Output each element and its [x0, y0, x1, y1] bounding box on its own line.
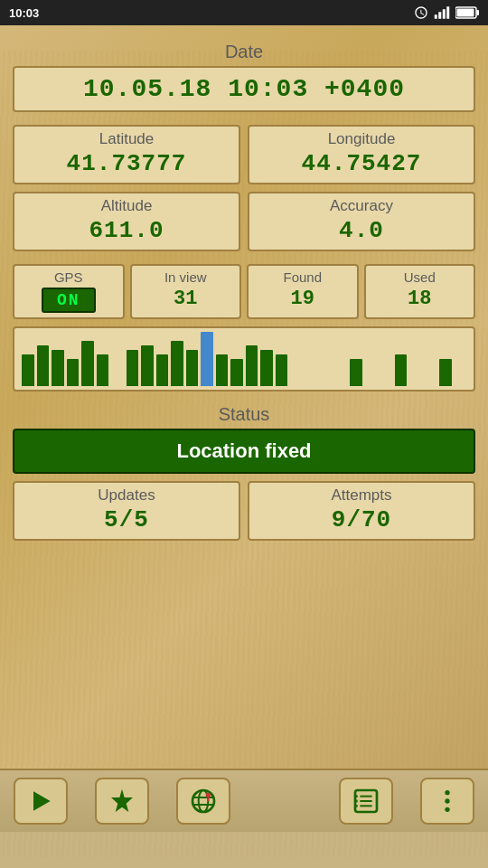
updates-cell: Updates 5/5 [13, 481, 240, 541]
chart-bar [230, 359, 243, 386]
svg-rect-3 [446, 6, 449, 19]
star-icon [108, 787, 136, 816]
time-display: 10:03 [9, 6, 39, 20]
latitude-label: Latitude [99, 130, 155, 148]
date-label: Date [225, 42, 263, 62]
update-row: Updates 5/5 Attempts 9/70 [13, 481, 475, 541]
chart-bar [171, 341, 183, 386]
satellite-chart [13, 326, 475, 392]
gps-cell: GPS ON [13, 264, 125, 319]
chart-bar [37, 345, 50, 386]
latitude-cell: Latitude 41.73777 [13, 125, 240, 184]
status-label: Status [13, 404, 475, 425]
attempts-label: Attempts [331, 486, 391, 505]
chart-bar [260, 350, 273, 386]
used-cell: Used 18 [364, 264, 476, 319]
chart-bar [350, 359, 362, 386]
chart-bar [186, 350, 199, 386]
svg-rect-0 [435, 14, 437, 19]
chart-bar [246, 345, 258, 386]
gps-row: GPS ON In view 31 Found 19 Used 18 [13, 264, 475, 319]
svg-point-23 [445, 807, 449, 812]
svg-rect-1 [438, 12, 441, 19]
svg-rect-5 [477, 10, 480, 15]
attempts-value: 9/70 [332, 506, 391, 533]
altitude-cell: Altitude 611.0 [13, 192, 240, 251]
found-label: Found [283, 269, 322, 285]
chart-bar [141, 345, 154, 386]
inview-value: 31 [174, 288, 197, 310]
date-value: 10.05.18 10:03 +0400 [83, 75, 405, 103]
svg-rect-2 [443, 9, 446, 19]
status-section: Status Location fixed Updates 5/5 Attemp… [13, 404, 475, 541]
svg-rect-6 [457, 9, 474, 17]
svg-marker-8 [111, 789, 133, 812]
found-cell: Found 19 [247, 264, 359, 319]
play-icon [26, 787, 55, 816]
accuracy-cell: Accuracy 4.0 [248, 192, 475, 251]
svg-point-13 [206, 793, 211, 797]
longitude-cell: Longitude 44.75427 [248, 125, 475, 184]
chart-bar [67, 359, 80, 386]
chart-bar [156, 354, 169, 386]
svg-marker-7 [33, 791, 51, 810]
status-bar: 10:03 [0, 0, 488, 25]
svg-point-22 [445, 798, 449, 803]
gps-on-button[interactable]: ON [42, 288, 96, 313]
used-value: 18 [408, 288, 431, 310]
latitude-value: 41.73777 [67, 150, 187, 177]
chart-bar [111, 384, 124, 386]
chart-bar [320, 384, 333, 386]
svg-point-9 [192, 790, 214, 812]
lat-lon-grid: Latitude 41.73777 Longitude 44.75427 Alt… [13, 125, 475, 251]
attempts-cell: Attempts 9/70 [248, 481, 475, 541]
chart-bar [395, 354, 408, 386]
chart-bar [439, 359, 452, 386]
chart-bar [290, 384, 303, 386]
chart-bar [455, 384, 467, 386]
used-label: Used [404, 269, 436, 285]
globe-icon [189, 787, 218, 816]
list-icon [352, 787, 380, 816]
accuracy-label: Accuracy [330, 197, 393, 215]
chart-bar [81, 341, 94, 386]
chart-bar [305, 384, 318, 386]
battery-icon [455, 6, 479, 19]
signal-icon [434, 5, 450, 20]
found-value: 19 [291, 288, 314, 310]
more-button[interactable] [420, 778, 474, 825]
chart-bar [216, 354, 229, 386]
list-button[interactable] [339, 778, 393, 825]
star-button[interactable] [95, 778, 149, 825]
inview-label: In view [164, 269, 207, 285]
svg-point-21 [445, 790, 449, 795]
updates-value: 5/5 [104, 506, 149, 533]
alarm-icon [414, 5, 428, 20]
updates-label: Updates [98, 486, 155, 505]
status-box: Location fixed [13, 429, 475, 474]
globe-button[interactable] [176, 778, 230, 825]
accuracy-value: 4.0 [339, 217, 384, 244]
chart-bar [380, 384, 392, 386]
chart-bar [127, 350, 139, 386]
chart-bar [22, 354, 34, 386]
chart-bar [201, 332, 213, 386]
chart-bar [335, 384, 348, 386]
chart-bar [425, 384, 437, 386]
more-icon [433, 787, 462, 816]
play-button[interactable] [14, 778, 68, 825]
chart-bar [97, 354, 109, 386]
status-value: Location fixed [176, 439, 311, 462]
altitude-label: Altitude [101, 197, 153, 215]
inview-cell: In view 31 [130, 264, 242, 319]
chart-bar [52, 350, 64, 386]
chart-bar [409, 384, 422, 386]
main-content: Date 10.05.18 10:03 +0400 Latitude 41.73… [0, 25, 488, 832]
longitude-label: Longitude [328, 130, 396, 148]
date-box: 10.05.18 10:03 +0400 [13, 66, 475, 112]
status-icons [414, 5, 479, 20]
altitude-value: 611.0 [89, 217, 164, 244]
longitude-value: 44.75427 [302, 150, 422, 177]
gps-label: GPS [54, 269, 83, 285]
chart-bar [365, 384, 378, 386]
